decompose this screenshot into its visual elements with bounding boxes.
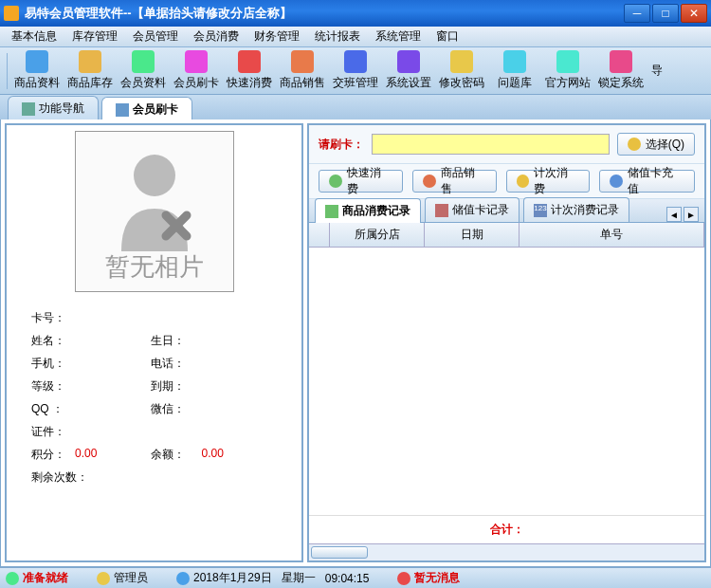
tb-settings[interactable]: 系统设置 [382, 49, 435, 93]
subtab-stored-value[interactable]: 储值卡记录 [425, 197, 520, 222]
grid-total: 合计： [309, 515, 704, 543]
card-small-icon [116, 103, 129, 117]
tab-nav[interactable]: 功能导航 [8, 96, 99, 119]
menu-reports[interactable]: 统计报表 [307, 26, 368, 47]
svg-point-0 [134, 155, 175, 196]
menu-finance[interactable]: 财务管理 [246, 26, 307, 47]
lbl-cardno: 卡号： [31, 310, 75, 326]
status-msg-icon [397, 572, 410, 585]
lbl-mobile: 手机： [31, 356, 75, 372]
menu-basic-info[interactable]: 基本信息 [4, 26, 64, 47]
product-icon [26, 50, 48, 73]
grid-header: 所属分店 日期 单号 [309, 223, 704, 248]
tb-password[interactable]: 修改密码 [435, 49, 488, 93]
col-date[interactable]: 日期 [425, 223, 520, 247]
tb-member-info[interactable]: 会员资料 [117, 49, 170, 93]
tb-swipe-card[interactable]: 会员刷卡 [170, 49, 223, 93]
action-buttons: 快速消费 商品销售 计次消费 储值卡充值 [309, 163, 704, 198]
close-button[interactable]: ✕ [681, 4, 707, 23]
window-title: 易特会员管理软件--【单据抬头请修改分店全称】 [25, 5, 622, 22]
status-msg: 暂无消息 [414, 570, 460, 586]
chart-icon [325, 205, 338, 218]
cart-icon [423, 175, 436, 188]
val-cardno [75, 310, 277, 326]
menu-consumption[interactable]: 会员消费 [186, 26, 246, 47]
lbl-balance: 余额： [151, 447, 202, 463]
tb-faq[interactable]: 问题库 [488, 49, 541, 93]
globe-icon [556, 50, 579, 73]
tb-product-stock[interactable]: 商品库存 [64, 49, 117, 93]
lock-icon [610, 50, 632, 73]
menu-bar: 基本信息 库存管理 会员管理 会员消费 财务管理 统计报表 系统管理 窗口 [0, 27, 711, 47]
subtab-next[interactable]: ► [684, 207, 699, 222]
tb-product-sale[interactable]: 商品销售 [276, 49, 329, 93]
lbl-remain: 剩余次数： [31, 469, 98, 486]
col-branch[interactable]: 所属分店 [330, 223, 425, 247]
minimize-button[interactable]: ─ [624, 4, 650, 23]
col-number[interactable]: 单号 [520, 223, 704, 247]
lbl-name: 姓名： [31, 333, 75, 349]
photo-caption: 暂无相片 [105, 247, 204, 291]
member-info-panel: 暂无相片 卡号： 姓名： 生日： 手机： 电话： 等级： 到期： QQ ： 微信… [5, 123, 303, 562]
tb-product-info[interactable]: 商品资料 [10, 49, 64, 93]
tb-website[interactable]: 官方网站 [541, 49, 594, 93]
subtab-prev[interactable]: ◄ [666, 207, 682, 222]
key-icon [450, 50, 473, 73]
status-weekday: 星期一 [282, 570, 316, 586]
subtab-product-records[interactable]: 商品消费记录 [315, 198, 421, 223]
wallet-icon [435, 204, 448, 217]
search-icon [628, 138, 641, 151]
val-points: 0.00 [75, 447, 151, 463]
member-photo: 暂无相片 [75, 131, 234, 292]
sale-icon [291, 50, 314, 73]
page-tabstrip: 功能导航 会员刷卡 [0, 95, 711, 119]
status-admin: 管理员 [114, 570, 148, 586]
app-icon [4, 6, 19, 21]
help-icon [503, 50, 526, 73]
status-ready-icon [6, 572, 19, 585]
status-time: 09:04:15 [325, 572, 370, 585]
tb-export[interactable]: 导 [647, 49, 666, 93]
maximize-button[interactable]: □ [652, 4, 679, 23]
toolbar-separator [7, 53, 8, 89]
subtab-count-records[interactable]: 123计次消费记录 [523, 197, 629, 222]
menu-window[interactable]: 窗口 [428, 26, 466, 47]
btn-count-consume[interactable]: 计次消费 [506, 170, 591, 193]
swipe-label: 请刷卡： [319, 137, 364, 153]
swipe-row: 请刷卡： 选择(Q) [309, 125, 704, 163]
tb-shift[interactable]: 交班管理 [329, 49, 382, 93]
scroll-thumb[interactable] [311, 546, 368, 559]
coin-icon [610, 175, 623, 188]
nav-icon [22, 102, 35, 116]
status-clock-icon [176, 572, 190, 585]
menu-system[interactable]: 系统管理 [368, 26, 428, 47]
grid-body[interactable]: 合计： [309, 248, 704, 543]
title-bar: 易特会员管理软件--【单据抬头请修改分店全称】 ─ □ ✕ [0, 0, 711, 27]
lbl-birthday: 生日： [151, 333, 202, 349]
grid-hscroll[interactable] [309, 543, 704, 560]
main-toolbar: 商品资料 商品库存 会员资料 会员刷卡 快速消费 商品销售 交班管理 系统设置 … [0, 47, 711, 95]
stock-icon [79, 50, 101, 73]
number-icon: 123 [534, 204, 547, 217]
select-button[interactable]: 选择(Q) [617, 133, 695, 156]
content-area: 暂无相片 卡号： 姓名： 生日： 手机： 电话： 等级： 到期： QQ ： 微信… [0, 119, 711, 567]
shift-icon [344, 50, 367, 73]
member-icon [132, 50, 155, 73]
menu-inventory[interactable]: 库存管理 [64, 26, 125, 47]
person-placeholder-icon [107, 147, 202, 251]
btn-recharge[interactable]: 储值卡充值 [599, 170, 695, 193]
val-balance: 0.00 [202, 447, 278, 463]
record-subtabs: 商品消费记录 储值卡记录 123计次消费记录 ◄ ► [309, 198, 704, 223]
status-user-icon [97, 572, 110, 585]
tb-lock[interactable]: 锁定系统 [594, 49, 647, 93]
card-input[interactable] [372, 134, 610, 155]
status-bar: 准备就绪 管理员 2018年1月29日 星期一 09:04:15 暂无消息 [0, 567, 711, 588]
counter-icon [517, 175, 530, 188]
member-fields: 卡号： 姓名： 生日： 手机： 电话： 等级： 到期： QQ ： 微信： 证件：… [12, 303, 296, 492]
tab-swipe[interactable]: 会员刷卡 [101, 97, 192, 120]
btn-quick-consume[interactable]: 快速消费 [319, 170, 403, 193]
records-grid: 所属分店 日期 单号 合计： [309, 223, 704, 560]
btn-product-sale[interactable]: 商品销售 [412, 170, 497, 193]
menu-members[interactable]: 会员管理 [125, 26, 186, 47]
tb-quick-consume[interactable]: 快速消费 [223, 49, 276, 93]
